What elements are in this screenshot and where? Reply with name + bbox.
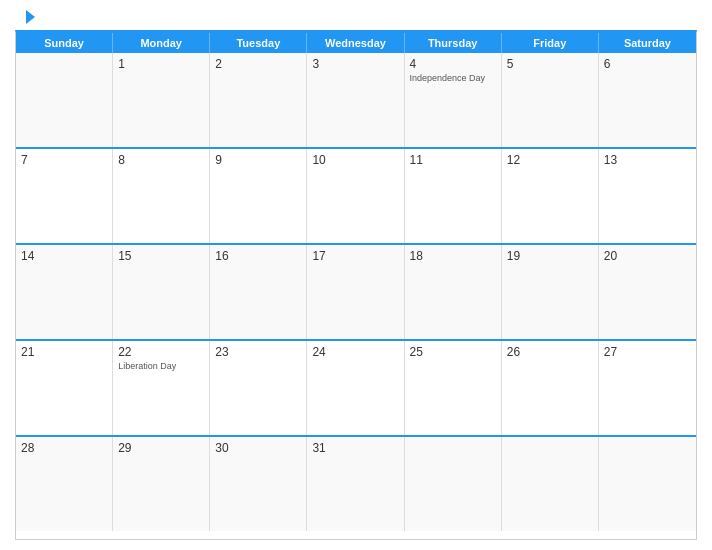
day-number: 2	[215, 57, 301, 71]
svg-marker-0	[26, 10, 35, 24]
day-number: 8	[118, 153, 204, 167]
day-cell: 22Liberation Day	[113, 341, 210, 435]
day-number: 31	[312, 441, 398, 455]
day-number: 17	[312, 249, 398, 263]
day-cell: 26	[502, 341, 599, 435]
day-number: 4	[410, 57, 496, 71]
day-header-wednesday: Wednesday	[307, 33, 404, 53]
day-number: 27	[604, 345, 691, 359]
day-cell: 17	[307, 245, 404, 339]
day-cell: 16	[210, 245, 307, 339]
day-cell: 19	[502, 245, 599, 339]
logo	[15, 10, 35, 24]
day-cell	[502, 437, 599, 531]
day-cell: 21	[16, 341, 113, 435]
day-number: 26	[507, 345, 593, 359]
day-cell: 20	[599, 245, 696, 339]
day-cell	[599, 437, 696, 531]
day-cell: 29	[113, 437, 210, 531]
day-number: 19	[507, 249, 593, 263]
day-header-thursday: Thursday	[405, 33, 502, 53]
calendar-grid: SundayMondayTuesdayWednesdayThursdayFrid…	[15, 30, 697, 540]
day-number: 10	[312, 153, 398, 167]
day-cell: 14	[16, 245, 113, 339]
logo-flag-icon	[17, 10, 35, 24]
day-cell: 5	[502, 53, 599, 147]
week-row-3: 14151617181920	[16, 243, 696, 339]
day-header-saturday: Saturday	[599, 33, 696, 53]
day-number: 14	[21, 249, 107, 263]
day-number: 23	[215, 345, 301, 359]
day-cell: 13	[599, 149, 696, 243]
week-row-1: 1234Independence Day56	[16, 53, 696, 147]
day-header-friday: Friday	[502, 33, 599, 53]
day-cell: 11	[405, 149, 502, 243]
week-row-2: 78910111213	[16, 147, 696, 243]
calendar-page: SundayMondayTuesdayWednesdayThursdayFrid…	[0, 0, 712, 550]
day-cell: 4Independence Day	[405, 53, 502, 147]
week-row-5: 28293031	[16, 435, 696, 531]
day-number: 18	[410, 249, 496, 263]
logo-text	[15, 10, 35, 24]
day-cell: 27	[599, 341, 696, 435]
day-number: 5	[507, 57, 593, 71]
day-number: 20	[604, 249, 691, 263]
day-cell: 15	[113, 245, 210, 339]
day-cell: 31	[307, 437, 404, 531]
day-number: 16	[215, 249, 301, 263]
day-headers: SundayMondayTuesdayWednesdayThursdayFrid…	[16, 33, 696, 53]
day-cell: 10	[307, 149, 404, 243]
day-header-sunday: Sunday	[16, 33, 113, 53]
day-cell: 30	[210, 437, 307, 531]
day-cell: 9	[210, 149, 307, 243]
day-number: 15	[118, 249, 204, 263]
day-number: 12	[507, 153, 593, 167]
day-number: 7	[21, 153, 107, 167]
week-row-4: 2122Liberation Day2324252627	[16, 339, 696, 435]
day-number: 21	[21, 345, 107, 359]
weeks: 1234Independence Day56789101112131415161…	[16, 53, 696, 531]
day-number: 24	[312, 345, 398, 359]
day-cell: 7	[16, 149, 113, 243]
header	[15, 10, 697, 24]
day-cell: 3	[307, 53, 404, 147]
day-cell: 28	[16, 437, 113, 531]
day-event: Liberation Day	[118, 361, 204, 372]
day-event: Independence Day	[410, 73, 496, 84]
day-number: 1	[118, 57, 204, 71]
day-number: 30	[215, 441, 301, 455]
day-cell: 18	[405, 245, 502, 339]
day-number: 9	[215, 153, 301, 167]
day-header-tuesday: Tuesday	[210, 33, 307, 53]
day-number: 22	[118, 345, 204, 359]
day-number: 25	[410, 345, 496, 359]
day-number: 11	[410, 153, 496, 167]
day-cell: 1	[113, 53, 210, 147]
day-number: 28	[21, 441, 107, 455]
day-cell: 6	[599, 53, 696, 147]
day-cell: 12	[502, 149, 599, 243]
day-number: 29	[118, 441, 204, 455]
day-cell: 24	[307, 341, 404, 435]
day-number: 3	[312, 57, 398, 71]
day-number: 13	[604, 153, 691, 167]
day-cell	[405, 437, 502, 531]
day-cell: 8	[113, 149, 210, 243]
day-cell: 25	[405, 341, 502, 435]
day-number: 6	[604, 57, 691, 71]
day-cell	[16, 53, 113, 147]
day-header-monday: Monday	[113, 33, 210, 53]
day-cell: 23	[210, 341, 307, 435]
day-cell: 2	[210, 53, 307, 147]
